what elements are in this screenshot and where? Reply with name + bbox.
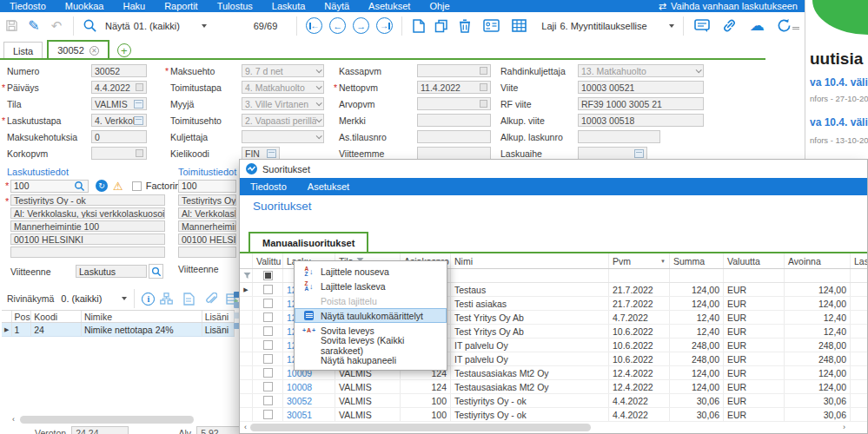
scroll-left-icon[interactable]: ‹ [12,415,15,424]
previous-record-button[interactable]: ← [329,17,346,34]
address-line-field[interactable]: 00100 HELSINKI [178,233,236,245]
menu-item-sovita-leveys-kaikki-sarakkeet[interactable]: Sovita leveys (Kaikki sarakkeet) [295,338,447,352]
row-checkbox[interactable] [263,354,273,364]
filter-cell[interactable] [785,269,851,282]
copy-record-button[interactable] [429,16,453,36]
column-header-lasku-nro[interactable]: Lasku [851,253,867,268]
notes-button[interactable] [689,16,715,36]
row-document-button[interactable] [177,288,200,309]
laskuaihe-field[interactable] [578,147,647,160]
dialog-menu-item-asetukset[interactable]: Asetukset [297,178,360,195]
menu-item-haku[interactable]: Haku [113,0,155,12]
customer-info-icon[interactable]: ↻ [96,180,108,192]
column-header-pos[interactable]: Pos [12,311,32,322]
menu-item-lajittele-laskeva[interactable]: ZA↓Lajittele laskeva [295,279,447,293]
address-line-field[interactable]: 00100 HELSINKI [10,233,165,245]
customer-card-button[interactable] [477,16,505,36]
lasku-cell[interactable]: 30052 [283,394,335,407]
billing-customer-code-field[interactable]: 100 [10,180,89,193]
address-line-field[interactable] [10,247,165,258]
alkup-viite-field[interactable]: 10003 00518 [578,114,704,127]
scroll-left-icon[interactable]: ‹ [244,423,247,431]
menu-item-raportit[interactable]: Raportit [155,0,208,12]
laji-dropdown[interactable]: 6. Myyntitilauksellise [560,21,674,31]
warning-icon[interactable]: ⚠ [113,181,123,192]
menu-item-n-yt[interactable]: Näytä [315,0,359,12]
select-all-checkbox[interactable] [263,271,273,280]
dialog-menu-item-tiedosto[interactable]: Tiedosto [240,178,297,195]
column-header-nimike[interactable]: Nimike [82,311,202,322]
menu-item-muokkaa[interactable]: Muokkaa [56,0,114,12]
row-checkbox[interactable] [263,326,273,336]
row-structure-button[interactable] [155,288,177,309]
filter-cell[interactable] [670,269,724,282]
maksukehotuksia-field[interactable]: 0 [91,130,147,143]
scrollbar-thumb[interactable] [250,424,591,431]
column-header-koodi[interactable]: Koodi [31,311,82,322]
lookup-icon[interactable] [134,100,143,108]
last-record-button[interactable]: → [376,17,393,34]
address-line-field[interactable]: Al: Verkkolasku, yksi [178,207,236,219]
payment-row[interactable]: 30051VALMIS100Testiyritys Oy - ok4.4.202… [240,408,867,422]
filter-cell[interactable] [451,269,609,282]
link-button[interactable] [715,16,743,36]
collapse-handle-icon[interactable] [792,25,799,31]
column-header-valuutta[interactable]: Valuutta [724,253,785,268]
filter-cell[interactable] [724,269,785,282]
lookup-icon[interactable] [634,149,644,158]
add-tab-button[interactable]: + [117,43,131,57]
address-line-field[interactable] [178,247,236,258]
viitteemme-field[interactable] [417,147,491,160]
korkopvm-field[interactable] [91,147,147,160]
search-button[interactable] [79,16,100,36]
address-line-field[interactable]: Mannerheimintie 100 [10,220,165,232]
menu-item-tiedosto[interactable]: Tiedosto [0,0,56,12]
rivinakyma-dropdown[interactable]: 0. (kaikki) [61,293,127,304]
calendar-icon[interactable] [136,149,143,157]
news-link[interactable]: va 10.4. välip [810,116,868,128]
row-checkbox[interactable] [263,410,273,419]
scrollbar-track[interactable] [250,424,839,431]
rf-viite-field[interactable]: RF39 1000 3005 21 [578,97,704,110]
cloud-button[interactable]: ☁ [743,16,771,36]
tab-lista[interactable]: Lista [3,42,43,59]
viite-field[interactable]: 10003 00521 [578,81,704,94]
tab-record-30052[interactable]: 30052 ✕ [47,40,109,59]
tab-manuaalisuoritukset[interactable]: Manuaalisuoritukset [248,232,368,252]
address-line-field[interactable]: Testiyritys Oy - ok [10,194,165,206]
address-line-field[interactable]: Al: Verkkolasku, yksi verkkolaskuosoite [10,207,165,219]
billing-section-title[interactable]: Laskutustiedot [7,167,69,177]
toimitusehto-field[interactable]: 2. Vapaasti perillä [242,114,324,127]
row-checkbox[interactable] [263,382,273,391]
attachment-button[interactable] [200,288,222,309]
factoring-checkbox[interactable] [132,181,142,191]
column-header-avoinna[interactable]: Avoinna [785,253,851,268]
payments-grid-hscrollbar[interactable]: ‹ › [244,423,863,431]
column-header-pvm[interactable]: Pvm▼ [609,253,670,268]
view-filter-dropdown[interactable]: 01. (kaikki) [134,21,229,31]
news-link[interactable]: va 10.4. välip [810,76,868,89]
filter-cell[interactable] [609,269,670,282]
menu-item-tulostus[interactable]: Tulostus [208,0,262,12]
nettopvm-field[interactable]: 11.4.2022 [417,81,491,94]
scrollbar-track[interactable] [18,416,225,424]
rahdinkuljettaja-field[interactable]: 13. Matkahuolto [578,64,704,77]
edit-button[interactable]: ✎ [23,16,45,36]
merkki-field[interactable] [417,114,491,127]
kielikoodi-field[interactable]: FIN [242,147,280,160]
lasku-cell[interactable]: 10008 [283,380,335,393]
row-checkbox[interactable] [263,340,273,350]
row-checkbox[interactable] [263,396,273,405]
items-grid-hscrollbar[interactable]: ‹ [12,415,235,424]
lasku-cell[interactable]: 30051 [283,408,335,421]
address-line-field[interactable]: Mannerheimintie [178,220,236,232]
payment-row[interactable]: 10008VALMIS124Testausasiakas Mt2 Oy12.4.… [240,380,867,394]
delivery-customer-code-field[interactable]: 100 [178,180,236,193]
numero-field[interactable]: 30052 [91,64,147,77]
row-checkbox[interactable] [263,312,273,322]
save-button[interactable] [0,16,23,36]
column-header-valittu[interactable]: Valittu [253,253,283,268]
menu-item-asetukset[interactable]: Asetukset [359,0,420,12]
scroll-right-icon[interactable]: › [843,423,845,431]
kuljettaja-field[interactable] [242,130,324,143]
